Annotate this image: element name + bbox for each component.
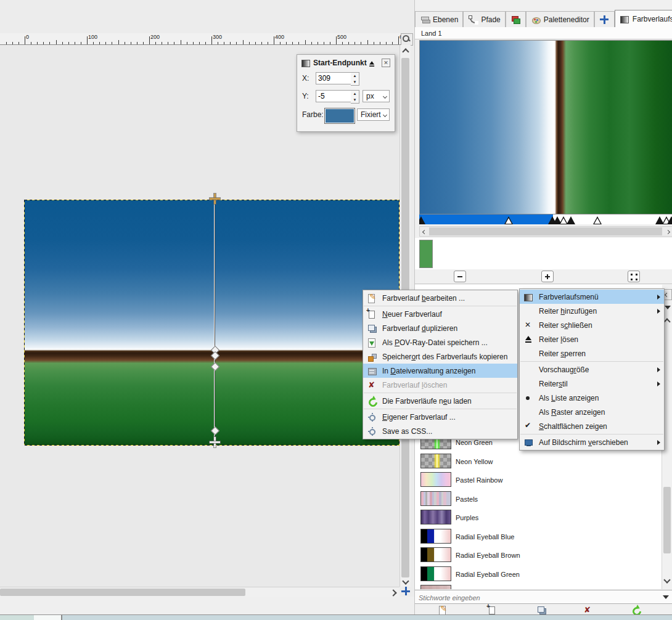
ruler-tick <box>87 36 88 44</box>
white-marker[interactable] <box>593 216 602 224</box>
horizontal-ruler[interactable]: 0100200300400500600 <box>0 33 401 45</box>
menu-item-eigener-farbverlauf[interactable]: Eigener Farbverlauf ... <box>363 410 517 424</box>
scroll-right-icon[interactable] <box>390 589 396 596</box>
menu-item-speicherort-des-farbverlaufs-kopieren[interactable]: Speicherort des Farbverlaufs kopieren <box>363 349 517 364</box>
ruler-label: 500 <box>337 34 346 40</box>
menu-item-vorschaugr-e[interactable]: Vorschaugröße <box>520 362 664 377</box>
gradient-preview[interactable] <box>419 40 672 214</box>
gradient-start-handle[interactable] <box>210 194 220 204</box>
menu-item-reiter-schlie-en[interactable]: Reiter schließen <box>520 318 664 332</box>
gradient-list-item[interactable]: Pastel Rainbow <box>415 471 662 489</box>
y-input[interactable] <box>316 90 353 102</box>
edit-gradient-button[interactable] <box>438 605 448 615</box>
menu-item-label: Schaltflächen zeigen <box>539 422 660 431</box>
zoom-follow-window-button[interactable] <box>401 33 413 46</box>
screen-icon <box>523 438 534 447</box>
close-icon[interactable]: ✕ <box>382 59 390 67</box>
gradient-list-item[interactable] <box>415 584 662 589</box>
ruler-tick <box>311 42 312 44</box>
selected-segment[interactable] <box>419 214 553 224</box>
menu-item-neuer-farbverlauf[interactable]: Neuer Farbverlauf <box>363 307 517 321</box>
canvas-horizontal-scrollbar[interactable] <box>0 587 400 597</box>
tab-ebenen[interactable]: Ebenen <box>415 11 463 27</box>
zoom-out-button[interactable] <box>454 271 466 282</box>
menu-item-farbverlaufsmen[interactable]: Farbverlaufsmenü <box>520 290 664 304</box>
scroll-up-icon[interactable] <box>663 318 670 325</box>
dockable-submenu: FarbverlaufsmenüReiter hinzufügenReiter … <box>519 288 665 451</box>
menu-item-farbverlauf-l-schen[interactable]: Farbverlauf löschen <box>363 378 517 392</box>
zoom-fit-button[interactable] <box>628 271 640 282</box>
y-spinner[interactable]: ▲▼ <box>351 90 359 104</box>
black-marker[interactable] <box>567 216 575 224</box>
menu-item-schaltfl-chen-zeigen[interactable]: Schaltflächen zeigen <box>520 419 664 433</box>
gradient-list-item[interactable]: Pastels <box>415 490 662 508</box>
menu-item-in-dateiverwaltung-anzeigen[interactable]: In Dateiverwaltung anzeigen <box>363 364 517 378</box>
x-input[interactable] <box>316 72 353 84</box>
unit-select[interactable]: px <box>363 90 390 102</box>
scroll-up-icon[interactable] <box>402 48 409 55</box>
menu-item-als-raster-anzeigen[interactable]: Als Raster anzeigen <box>520 405 664 419</box>
tab-move[interactable] <box>594 11 615 27</box>
preview-scrollbar[interactable] <box>419 226 672 237</box>
menu-item-reiter-l-sen[interactable]: Reiter lösen <box>520 332 664 346</box>
ruler-tick <box>292 42 293 44</box>
scroll-down-icon[interactable] <box>402 577 409 584</box>
gradient-tool-line[interactable] <box>214 198 215 442</box>
gradient-end-handle[interactable] <box>210 437 220 447</box>
gradient-name-row[interactable]: Land 1 <box>415 27 672 39</box>
pan-view-button[interactable] <box>401 586 411 597</box>
tab-paletteneditor[interactable]: Paletteneditor <box>526 11 594 27</box>
tab-pfade[interactable]: Pfade <box>463 11 505 27</box>
ruler-tick <box>125 42 125 44</box>
menu-item-auf-bildschirm-verschieben[interactable]: Auf Bildschirm verschieben <box>520 435 664 449</box>
list-scroll-thumb[interactable] <box>663 487 671 553</box>
panel-dropdown-icon[interactable] <box>665 306 671 309</box>
delete-gradient-button[interactable] <box>583 605 593 615</box>
white-marker[interactable] <box>504 216 513 224</box>
black-marker[interactable] <box>419 216 425 224</box>
refresh-gradients-button[interactable] <box>631 605 641 615</box>
endpoint-color-swatch[interactable] <box>324 108 355 124</box>
ruler-tick <box>49 42 50 44</box>
menu-item-die-farbverl-ufe-neu-laden[interactable]: Die Farbverläufe neu laden <box>363 394 517 408</box>
color-mode-select[interactable]: Fixiert <box>357 108 390 121</box>
tab-label: Farbverlaufseditor <box>633 15 672 23</box>
dialog-title-row[interactable]: Start-Endpunkt <box>301 58 367 68</box>
scroll-down-icon[interactable] <box>663 576 670 583</box>
preview-scroll-thumb[interactable] <box>429 227 662 235</box>
scroll-right-button[interactable] <box>664 229 671 235</box>
gradient-list-item[interactable]: Radial Eyeball Green <box>415 565 662 584</box>
current-color-swatch[interactable] <box>419 240 433 268</box>
menu-item-als-liste-anzeigen[interactable]: Als Liste anzeigen <box>520 391 664 405</box>
new-gradient-button[interactable] <box>487 605 498 615</box>
tab-farbverlaufseditor[interactable]: Farbverlaufseditor <box>615 10 672 27</box>
horizontal-scroll-thumb[interactable] <box>0 589 245 596</box>
ruler-tick <box>211 36 212 44</box>
zoom-in-button[interactable] <box>541 271 554 282</box>
menu-separator <box>364 409 517 409</box>
tab-channels[interactable] <box>506 11 526 27</box>
menu-item-save-as-css[interactable]: Save as CSS... <box>363 424 517 438</box>
menu-item-reiter-hinzuf-gen[interactable]: Reiter hinzufügen <box>520 304 664 318</box>
menu-item-als-pov-ray-datei-speichern[interactable]: Als POV-Ray-Datei speichern ... <box>363 335 517 349</box>
filter-dropdown-icon[interactable] <box>663 595 669 599</box>
detach-icon[interactable] <box>368 60 377 68</box>
gradient-list-item[interactable]: Radial Eyeball Brown <box>415 546 662 565</box>
menu-item-farbverlauf-duplizieren[interactable]: Farbverlauf duplizieren <box>363 321 517 335</box>
menu-item-reiterstil[interactable]: Reiterstil <box>520 377 664 391</box>
gradient-list-item[interactable]: Purples <box>415 508 662 527</box>
duplicate-gradient-button[interactable] <box>536 605 547 615</box>
menu-item-label: Reiter sperren <box>539 349 660 358</box>
gradient-list-item[interactable]: Neon Yellow <box>415 452 662 471</box>
scroll-left-button[interactable] <box>420 229 428 235</box>
black-marker[interactable] <box>667 216 672 224</box>
menu-item-farbverlauf-bearbeiten[interactable]: Farbverlauf bearbeiten ... <box>363 291 517 305</box>
canvas-image[interactable] <box>25 200 399 445</box>
x-spinner[interactable]: ▲▼ <box>351 72 359 86</box>
gradient-list-item[interactable]: Radial Eyeball Blue <box>415 528 662 546</box>
menu-item-reiter-sperren[interactable]: Reiter sperren <box>520 346 664 361</box>
tag-filter-input[interactable] <box>417 592 654 603</box>
gradient-marker-strip[interactable] <box>419 214 672 224</box>
submenu-arrow-icon <box>657 367 660 372</box>
ruler-tick <box>68 42 69 44</box>
